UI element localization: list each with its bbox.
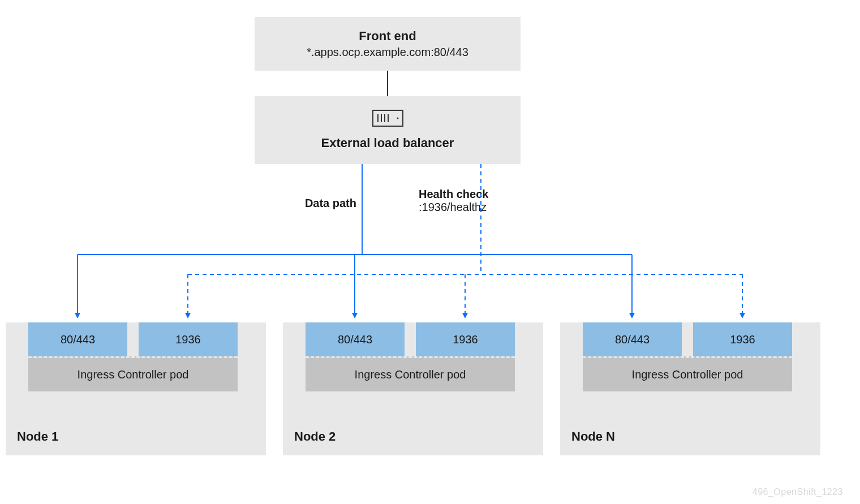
node-box-n: 80/443 1936 Ingress Controller pod Node …: [560, 322, 820, 455]
health-check-label: Health check :1936/healthz: [419, 188, 488, 214]
port-box-health: 1936: [139, 322, 238, 356]
load-balancer-box: External load balancer: [255, 96, 521, 164]
port-box-data: 80/443: [28, 322, 127, 356]
data-path-label: Data path: [300, 197, 356, 210]
watermark: 496_OpenShift_1223: [752, 487, 843, 497]
pod-box: Ingress Controller pod: [583, 356, 792, 391]
node-box-1: 80/443 1936 Ingress Controller pod Node …: [6, 322, 266, 455]
frontend-title: Front end: [359, 29, 416, 44]
node-label: Node N: [571, 429, 615, 444]
port-box-health: 1936: [693, 322, 792, 356]
node-label: Node 2: [294, 429, 336, 444]
pod-box: Ingress Controller pod: [306, 356, 515, 391]
port-box-data: 80/443: [583, 322, 682, 356]
health-check-sub: :1936/healthz: [419, 201, 488, 214]
frontend-subtitle: *.apps.ocp.example.com:80/443: [307, 46, 468, 59]
frontend-box: Front end *.apps.ocp.example.com:80/443: [255, 17, 521, 71]
connector-frontend-lb: [387, 71, 388, 96]
port-box-health: 1936: [416, 322, 515, 356]
health-check-title: Health check: [419, 188, 488, 201]
server-icon: [372, 110, 403, 129]
node-box-2: 80/443 1936 Ingress Controller pod Node …: [283, 322, 543, 455]
node-label: Node 1: [17, 429, 58, 444]
pod-box: Ingress Controller pod: [28, 356, 238, 391]
port-box-data: 80/443: [306, 322, 405, 356]
load-balancer-label: External load balancer: [321, 136, 454, 150]
svg-point-5: [397, 118, 398, 119]
